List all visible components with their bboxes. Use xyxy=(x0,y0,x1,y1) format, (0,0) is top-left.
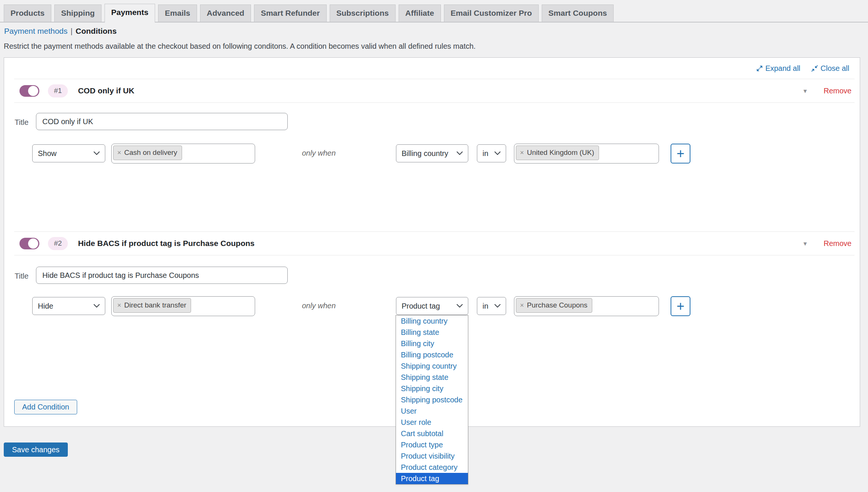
tab-advanced[interactable]: Advanced xyxy=(200,4,251,22)
collapse-icon xyxy=(811,65,818,72)
dropdown-option-shipping-state[interactable]: Shipping state xyxy=(396,372,468,383)
only-when-text: only when xyxy=(289,149,349,158)
chip-label: Purchase Coupons xyxy=(527,301,588,309)
breadcrumb-separator: | xyxy=(70,27,72,35)
condition-2-toggle[interactable] xyxy=(19,238,39,249)
breadcrumb-payment-methods-link[interactable]: Payment methods xyxy=(4,27,67,35)
condition-2-remove-link[interactable]: Remove xyxy=(824,239,852,248)
chevron-down-icon xyxy=(457,304,463,308)
tab-emails[interactable]: Emails xyxy=(158,4,197,22)
condition-2-title-input[interactable] xyxy=(36,267,288,284)
remove-chip-icon[interactable]: × xyxy=(117,302,121,309)
chevron-down-icon xyxy=(94,152,100,155)
field-select-value: Product tag xyxy=(402,302,440,310)
dropdown-option-billing-country[interactable]: Billing country xyxy=(396,315,468,327)
chevron-down-icon xyxy=(495,304,500,308)
condition-2-header: #2 Hide BACS if product tag is Purchase … xyxy=(14,231,855,255)
dropdown-option-billing-city[interactable]: Billing city xyxy=(396,338,468,349)
dropdown-option-product-type[interactable]: Product type xyxy=(396,439,468,450)
selected-value-chip: ×United Kingdom (UK) xyxy=(516,146,599,160)
condition-1-collapse-arrow-icon[interactable]: ▼ xyxy=(802,88,808,94)
condition-1-header: #1 COD only if UK ▼ Remove xyxy=(14,79,855,103)
chip-label: United Kingdom (UK) xyxy=(527,148,595,157)
dropdown-option-user[interactable]: User xyxy=(396,405,468,417)
condition-2-action-select[interactable]: Hide xyxy=(32,297,105,315)
chip-label: Cash on delivery xyxy=(124,148,178,157)
chip-label: Direct bank transfer xyxy=(124,301,187,309)
dropdown-option-product-category[interactable]: Product category xyxy=(396,462,468,473)
condition-2-gateways-input[interactable]: ×Direct bank transfer xyxy=(111,296,255,316)
remove-chip-icon[interactable]: × xyxy=(117,149,121,157)
breadcrumb: Payment methods|Conditions xyxy=(4,27,117,36)
toggle-knob xyxy=(28,86,38,96)
tab-smart-coupons[interactable]: Smart Coupons xyxy=(542,4,614,22)
tab-shipping[interactable]: Shipping xyxy=(54,4,102,22)
close-all-label: Close all xyxy=(820,64,849,73)
tab-smart-refunder[interactable]: Smart Refunder xyxy=(254,4,327,22)
condition-2-number-badge: #2 xyxy=(48,237,68,250)
remove-chip-icon[interactable]: × xyxy=(520,149,524,157)
condition-2-name: Hide BACS if product tag is Purchase Cou… xyxy=(78,239,254,248)
dropdown-option-product-tag[interactable]: Product tag xyxy=(396,473,468,484)
dropdown-option-shipping-postcode[interactable]: Shipping postcode xyxy=(396,394,468,405)
condition-1-action-select[interactable]: Show xyxy=(32,144,105,162)
settings-tab-bar: Products Shipping Payments Emails Advanc… xyxy=(0,0,868,22)
condition-2-title-label: Title xyxy=(15,272,28,280)
close-all-link[interactable]: Close all xyxy=(811,64,849,73)
selected-gateway-chip: ×Cash on delivery xyxy=(113,146,182,160)
dropdown-option-shipping-city[interactable]: Shipping city xyxy=(396,383,468,394)
expand-icon xyxy=(756,65,763,72)
condition-2-add-rule-button[interactable]: + xyxy=(671,296,690,316)
tab-email-customizer-pro[interactable]: Email Customizer Pro xyxy=(444,4,539,22)
condition-1-values-input[interactable]: ×United Kingdom (UK) xyxy=(514,144,659,164)
selected-value-chip: ×Purchase Coupons xyxy=(516,298,592,313)
condition-1-field-select[interactable]: Billing country xyxy=(396,144,468,162)
tab-affiliate[interactable]: Affiliate xyxy=(399,4,441,22)
panel-tools: Expand all Close all xyxy=(756,64,849,73)
condition-2-collapse-arrow-icon[interactable]: ▼ xyxy=(802,240,808,247)
condition-1-toggle[interactable] xyxy=(19,85,39,97)
chevron-down-icon xyxy=(495,152,500,155)
operator-select-value: in xyxy=(483,149,489,158)
add-condition-button[interactable]: Add Condition xyxy=(14,400,77,414)
action-select-value: Show xyxy=(38,149,57,158)
save-changes-button[interactable]: Save changes xyxy=(4,442,68,457)
condition-1-number-badge: #1 xyxy=(48,84,68,98)
dropdown-option-user-role[interactable]: User role xyxy=(396,417,468,428)
toggle-knob xyxy=(28,238,38,249)
condition-2-values-input[interactable]: ×Purchase Coupons xyxy=(514,296,659,316)
condition-2-field-select[interactable]: Product tag xyxy=(396,297,468,315)
condition-1-title-input[interactable] xyxy=(36,113,288,130)
breadcrumb-current-conditions: Conditions xyxy=(76,27,117,35)
chevron-down-icon xyxy=(457,152,463,155)
operator-select-value: in xyxy=(483,302,489,310)
condition-2-operator-select[interactable]: in xyxy=(477,297,506,315)
dropdown-option-shipping-country[interactable]: Shipping country xyxy=(396,360,468,372)
chevron-down-icon xyxy=(94,304,100,308)
tab-subscriptions[interactable]: Subscriptions xyxy=(330,4,396,22)
dropdown-option-billing-postcode[interactable]: Billing postcode xyxy=(396,349,468,360)
condition-1-operator-select[interactable]: in xyxy=(477,144,506,162)
dropdown-option-product-visibility[interactable]: Product visibility xyxy=(396,450,468,462)
field-select-dropdown: Billing country Billing state Billing ci… xyxy=(396,315,468,484)
condition-1-title-label: Title xyxy=(15,118,28,127)
condition-1-rule-row: Show ×Cash on delivery only when Billing… xyxy=(4,144,860,164)
tab-payments[interactable]: Payments xyxy=(105,4,155,22)
dropdown-option-billing-state[interactable]: Billing state xyxy=(396,327,468,338)
expand-all-link[interactable]: Expand all xyxy=(756,64,800,73)
condition-1-add-rule-button[interactable]: + xyxy=(671,144,690,164)
expand-all-label: Expand all xyxy=(765,64,800,73)
remove-chip-icon[interactable]: × xyxy=(520,302,524,309)
only-when-text: only when xyxy=(289,302,349,310)
tab-products[interactable]: Products xyxy=(4,4,51,22)
field-select-value: Billing country xyxy=(402,149,448,158)
condition-1-remove-link[interactable]: Remove xyxy=(824,87,852,95)
page-description: Restrict the payment methods available a… xyxy=(4,42,476,51)
action-select-value: Hide xyxy=(38,302,53,310)
dropdown-option-cart-subtotal[interactable]: Cart subtotal xyxy=(396,428,468,439)
selected-gateway-chip: ×Direct bank transfer xyxy=(113,298,191,313)
condition-1-gateways-input[interactable]: ×Cash on delivery xyxy=(111,144,255,164)
condition-2-rule-row: Hide ×Direct bank transfer only when Pro… xyxy=(4,296,860,316)
condition-1-name: COD only if UK xyxy=(78,86,134,95)
